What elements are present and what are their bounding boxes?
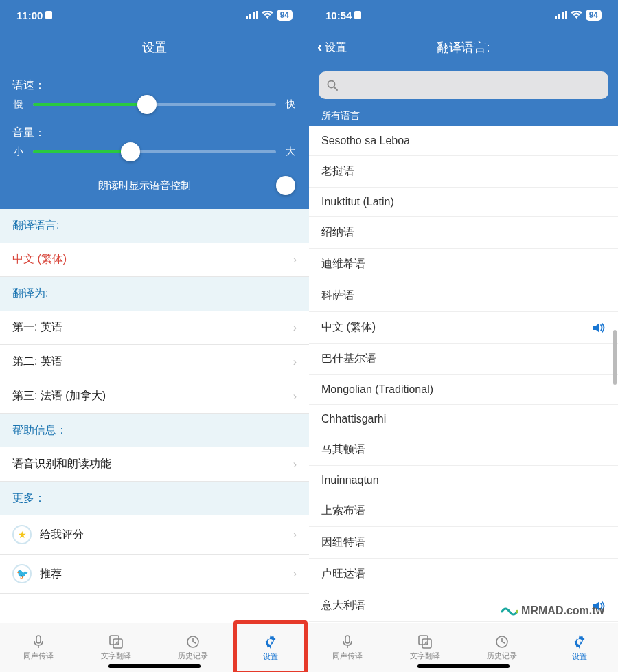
gear-icon (571, 634, 588, 650)
speed-slider-group: 语速： 慢 快 (12, 78, 297, 111)
language-row[interactable]: 中文 (繁体) (309, 312, 618, 344)
translate-to-row[interactable]: 第三: 法语 (加拿大)› (0, 379, 309, 414)
tab-mic[interactable]: 同声传译 (309, 623, 387, 672)
svg-rect-12 (562, 12, 564, 19)
svg-text:A: A (424, 640, 428, 646)
search-input[interactable] (319, 71, 608, 99)
status-time: 11:00 (16, 10, 43, 21)
star-icon: ★ (12, 525, 32, 544)
tab-gear[interactable]: 设置 (232, 623, 310, 672)
tab-label: 设置 (572, 651, 587, 662)
list-item-label: 推荐 (40, 567, 293, 581)
help-row[interactable]: 语音识别和朗读功能› (0, 447, 309, 482)
help-head: 帮助信息： (0, 414, 309, 447)
volume-min: 小 (12, 146, 25, 158)
chevron-right-icon: › (293, 528, 297, 541)
translate-lang-head: 翻译语言: (0, 209, 309, 243)
language-row[interactable]: Chhattisgarhi (309, 405, 618, 434)
translate-to-row[interactable]: 第一: 英语› (0, 311, 309, 345)
translate-to-row[interactable]: 第二: 英语› (0, 345, 309, 379)
svg-point-22 (516, 610, 518, 613)
language-row[interactable]: 迪维希语 (309, 249, 618, 280)
mic-icon (31, 634, 46, 649)
translate-to-head: 翻译为: (0, 277, 309, 311)
cellular-icon (555, 11, 567, 19)
scrollbar[interactable] (613, 330, 617, 385)
language-row[interactable]: 因纽特语 (309, 527, 618, 559)
list-item-label: 语音识别和朗读功能 (12, 457, 293, 471)
sim-icon (45, 11, 52, 19)
list-item-label: 第二: 英语 (12, 355, 293, 369)
home-indicator (108, 664, 201, 668)
svg-rect-0 (246, 16, 248, 19)
speed-slider[interactable] (33, 103, 276, 106)
language-name: Mongolian (Traditional) (321, 383, 606, 396)
sim-icon (354, 11, 361, 19)
tab-mic[interactable]: 同声传译 (0, 623, 78, 672)
language-name: Inuinnaqtun (321, 474, 606, 486)
language-name: 迪维希语 (321, 257, 606, 271)
language-row[interactable]: Inuinnaqtun (309, 466, 618, 495)
settings-screen: 11:00 94 设置 语速： (0, 0, 309, 672)
mic-icon (340, 634, 355, 649)
chevron-right-icon: › (293, 322, 297, 334)
lang-list-head: 所有语言 (309, 106, 618, 126)
watermark-logo-icon (501, 605, 517, 617)
svg-rect-1 (249, 14, 251, 19)
language-row[interactable]: 绍纳语 (309, 217, 618, 249)
language-row[interactable]: 卢旺达语 (309, 559, 618, 590)
chevron-right-icon: › (293, 254, 297, 266)
language-row[interactable]: Sesotho sa Leboa (309, 126, 618, 156)
home-indicator (417, 664, 510, 668)
settings-list: 翻译语言: 中文 (繁体) › 翻译为: 第一: 英语›第二: 英语›第三: 法… (0, 209, 309, 623)
audio-icon[interactable] (592, 322, 606, 334)
language-name: Inuktitut (Latin) (321, 196, 606, 208)
svg-line-15 (334, 87, 338, 91)
tab-label: 文字翻译 (101, 651, 131, 661)
language-list[interactable]: Sesotho sa Leboa老挝语Inuktitut (Latin)绍纳语迪… (309, 126, 618, 623)
language-name: 绍纳语 (321, 225, 606, 240)
language-select-screen: 10:54 94 ‹ 设置 翻译语言: (309, 0, 618, 672)
volume-slider-group: 音量： 小 大 (12, 126, 297, 158)
battery-level: 94 (586, 10, 602, 21)
voice-control-toggle[interactable] (276, 176, 295, 195)
volume-slider[interactable] (33, 150, 276, 153)
list-item-label: 给我评分 (40, 528, 293, 542)
battery-level: 94 (277, 10, 293, 21)
translate-lang-row[interactable]: 中文 (繁体) › (0, 243, 309, 277)
svg-text:A: A (115, 640, 119, 646)
language-name: 上索布语 (321, 504, 606, 518)
back-button[interactable]: ‹ 设置 (317, 38, 347, 56)
language-name: 马其顿语 (321, 443, 606, 457)
chevron-right-icon: › (293, 568, 297, 580)
back-label: 设置 (325, 41, 347, 55)
voice-control-toggle-row: 朗读时显示语音控制 (12, 173, 297, 202)
language-row[interactable]: Mongolian (Traditional) (309, 375, 618, 405)
more-row[interactable]: ★给我评分› (0, 515, 309, 555)
volume-label: 音量： (12, 126, 297, 140)
nav-title: ‹ 设置 翻译语言: (309, 30, 618, 65)
language-row[interactable]: 巴什基尔语 (309, 344, 618, 375)
language-name: 卢旺达语 (321, 567, 606, 581)
language-row[interactable]: 上索布语 (309, 495, 618, 527)
status-bar: 11:00 94 (0, 0, 309, 30)
bird-icon: 🐦 (12, 564, 32, 583)
tab-label: 同声传译 (23, 651, 54, 661)
nav-title: 设置 (0, 30, 309, 65)
language-row[interactable]: Inuktitut (Latin) (309, 188, 618, 217)
speed-min: 慢 (12, 98, 25, 111)
svg-rect-2 (253, 12, 255, 19)
status-bar: 10:54 94 (309, 0, 618, 30)
language-name: 巴什基尔语 (321, 352, 606, 366)
language-row[interactable]: 马其顿语 (309, 434, 618, 466)
language-row[interactable]: 老挝语 (309, 156, 618, 188)
more-row[interactable]: 🐦推荐› (0, 555, 309, 594)
tab-gear[interactable]: 设置 (541, 623, 619, 672)
translate-icon: A (108, 634, 124, 649)
more-head: 更多： (0, 482, 309, 515)
language-row[interactable]: 科萨语 (309, 280, 618, 312)
status-time: 10:54 (325, 10, 352, 21)
language-name: 老挝语 (321, 164, 606, 179)
watermark-text: MRMAD.com.tw (521, 605, 604, 617)
page-title: 翻译语言: (437, 39, 490, 56)
